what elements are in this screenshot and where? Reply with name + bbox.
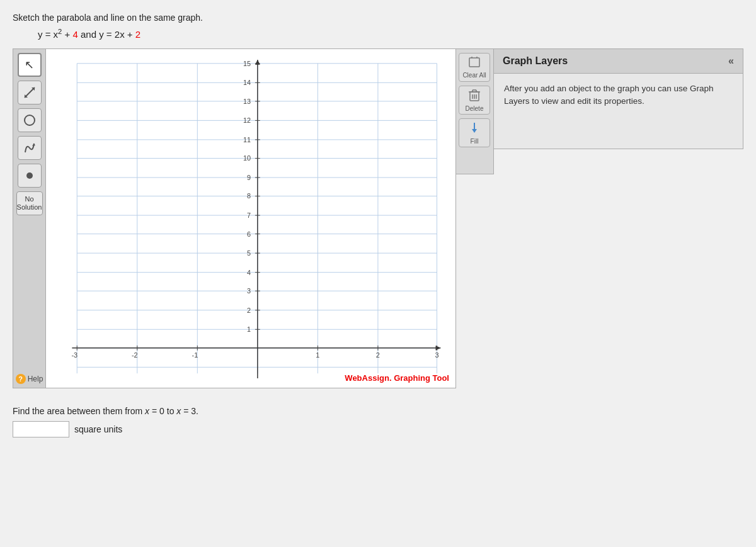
main-area: ↖ NoSolution [13,48,743,388]
instruction: Sketch the parabola and line on the same… [13,13,743,23]
svg-text:1: 1 [247,325,251,333]
svg-text:-1: -1 [192,351,198,359]
svg-text:5: 5 [247,249,251,257]
svg-text:4: 4 [247,269,251,276]
svg-text:15: 15 [243,60,251,67]
delete-label: Delete [466,105,484,112]
svg-rect-76 [469,58,479,67]
svg-text:11: 11 [243,136,251,144]
watermark-brand: WebAssign. [345,373,391,383]
eq2-const: 2 [135,29,140,40]
svg-text:3: 3 [247,287,251,295]
svg-text:8: 8 [247,192,251,200]
svg-text:9: 9 [247,174,251,181]
point-tool[interactable] [18,164,42,188]
answer-input[interactable] [13,421,69,437]
pointer-tool[interactable]: ↖ [18,53,42,77]
bottom-section: Find the area between them from x = 0 to… [13,406,743,437]
equation-display: y = x2 + 4 and y = 2x + 2 [38,28,743,40]
svg-point-3 [25,115,35,125]
graph-container[interactable]: -3 -2 -1 1 2 3 1 2 3 [45,48,456,388]
svg-text:2: 2 [247,307,251,314]
svg-text:1: 1 [316,351,319,359]
svg-marker-33 [255,60,260,65]
svg-text:12: 12 [243,116,251,124]
answer-row: square units [13,421,743,437]
eq2-prefix: y = 2x + [99,29,135,40]
eq1-const: 4 [72,29,77,40]
clear-all-button[interactable]: Clear All [459,53,490,82]
svg-text:3: 3 [435,351,438,359]
units-label: square units [74,424,122,434]
clear-all-icon [468,57,481,70]
svg-text:10: 10 [243,154,251,162]
svg-text:-3: -3 [71,351,77,359]
svg-text:-2: -2 [132,351,138,359]
graph-layers-header: Graph Layers « [494,49,743,74]
svg-point-5 [26,172,33,179]
delete-icon [469,89,480,104]
side-buttons: Clear All Delete [456,48,494,174]
no-solution-tool[interactable]: NoSolution [16,191,43,215]
clear-all-label: Clear All [462,72,486,79]
graph-layers-description: After you add an object to the graph you… [504,82,733,108]
watermark-tool: Graphing Tool [392,373,449,383]
watermark: WebAssign. Graphing Tool [345,373,449,383]
find-area-instruction: Find the area between them from x = 0 to… [13,406,743,416]
graph-layers-panel: Graph Layers « After you add an object t… [494,48,743,149]
graph-layers-body: After you add an object to the graph you… [494,74,743,117]
collapse-button[interactable]: « [728,55,734,67]
right-panel: Clear All Delete [456,48,743,174]
help-icon: ? [16,374,26,384]
eq1-prefix: y = x2 + [38,29,72,40]
svg-text:14: 14 [243,79,251,86]
graph-svg: -3 -2 -1 1 2 3 1 2 3 [46,49,455,388]
fill-button[interactable]: Fill [459,118,490,147]
fill-label: Fill [471,138,479,145]
fill-icon [469,121,480,137]
svg-text:2: 2 [376,351,380,359]
help-label: Help [28,375,43,383]
help-link[interactable]: ? Help [16,374,43,384]
svg-text:6: 6 [247,230,251,238]
circle-tool[interactable] [18,108,42,132]
resize-tool[interactable] [18,81,42,104]
graph-layers-title: Graph Layers [503,55,568,67]
toolbar: ↖ NoSolution [13,48,45,388]
delete-button[interactable]: Delete [459,86,490,115]
svg-text:13: 13 [243,98,251,105]
svg-marker-31 [435,346,440,351]
svg-marker-87 [472,129,477,133]
curve-tool[interactable] [18,136,42,160]
svg-text:7: 7 [247,211,251,219]
eq-and: and [81,29,99,40]
